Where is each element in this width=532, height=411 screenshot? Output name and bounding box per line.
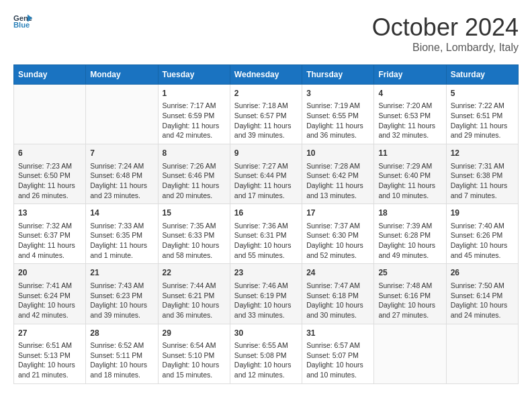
day-number: 3 xyxy=(306,88,369,99)
calendar-cell: 9Sunrise: 7:27 AM Sunset: 6:44 PM Daylig… xyxy=(230,144,302,204)
day-number: 9 xyxy=(234,148,298,159)
calendar-cell: 4Sunrise: 7:20 AM Sunset: 6:53 PM Daylig… xyxy=(374,85,446,144)
calendar-cell xyxy=(14,85,86,144)
calendar-body: 1Sunrise: 7:17 AM Sunset: 6:59 PM Daylig… xyxy=(14,85,519,384)
day-number: 14 xyxy=(90,208,153,219)
day-number: 28 xyxy=(90,328,153,339)
day-number: 24 xyxy=(306,267,369,279)
calendar-week-5: 27Sunrise: 6:51 AM Sunset: 5:13 PM Dayli… xyxy=(14,324,519,383)
calendar-cell: 18Sunrise: 7:39 AM Sunset: 6:28 PM Dayli… xyxy=(374,204,446,264)
calendar-week-1: 1Sunrise: 7:17 AM Sunset: 6:59 PM Daylig… xyxy=(14,85,519,144)
day-info: Sunrise: 7:41 AM Sunset: 6:24 PM Dayligh… xyxy=(18,281,81,320)
day-number: 16 xyxy=(234,208,298,219)
weekday-monday: Monday xyxy=(86,65,158,85)
day-number: 20 xyxy=(18,267,81,279)
weekday-wednesday: Wednesday xyxy=(230,65,302,85)
calendar-cell: 20Sunrise: 7:41 AM Sunset: 6:24 PM Dayli… xyxy=(14,264,86,324)
title-block: October 2024 Bione, Lombardy, Italy xyxy=(372,13,519,54)
svg-text:Blue: Blue xyxy=(13,21,30,29)
day-info: Sunrise: 6:51 AM Sunset: 5:13 PM Dayligh… xyxy=(18,340,81,380)
day-info: Sunrise: 7:27 AM Sunset: 6:44 PM Dayligh… xyxy=(234,161,298,201)
day-info: Sunrise: 7:48 AM Sunset: 6:16 PM Dayligh… xyxy=(378,281,441,320)
day-info: Sunrise: 7:26 AM Sunset: 6:46 PM Dayligh… xyxy=(163,161,226,201)
day-number: 15 xyxy=(163,208,226,219)
day-number: 27 xyxy=(18,328,81,339)
day-info: Sunrise: 7:37 AM Sunset: 6:30 PM Dayligh… xyxy=(306,221,369,261)
calendar-week-4: 20Sunrise: 7:41 AM Sunset: 6:24 PM Dayli… xyxy=(14,264,519,324)
day-info: Sunrise: 7:18 AM Sunset: 6:57 PM Dayligh… xyxy=(234,101,298,140)
day-info: Sunrise: 7:44 AM Sunset: 6:21 PM Dayligh… xyxy=(163,281,226,320)
day-number: 2 xyxy=(234,88,298,99)
day-info: Sunrise: 7:19 AM Sunset: 6:55 PM Dayligh… xyxy=(306,101,369,140)
calendar-cell: 3Sunrise: 7:19 AM Sunset: 6:55 PM Daylig… xyxy=(302,85,374,144)
day-number: 30 xyxy=(234,328,298,339)
calendar-cell: 7Sunrise: 7:24 AM Sunset: 6:48 PM Daylig… xyxy=(86,144,158,204)
day-number: 22 xyxy=(163,267,226,279)
day-number: 7 xyxy=(90,148,153,159)
calendar-cell: 11Sunrise: 7:29 AM Sunset: 6:40 PM Dayli… xyxy=(374,144,446,204)
calendar-cell: 6Sunrise: 7:23 AM Sunset: 6:50 PM Daylig… xyxy=(14,144,86,204)
day-number: 8 xyxy=(163,148,226,159)
calendar-cell: 21Sunrise: 7:43 AM Sunset: 6:23 PM Dayli… xyxy=(86,264,158,324)
day-info: Sunrise: 7:39 AM Sunset: 6:28 PM Dayligh… xyxy=(378,221,441,261)
day-info: Sunrise: 7:50 AM Sunset: 6:14 PM Dayligh… xyxy=(451,281,514,320)
day-info: Sunrise: 7:24 AM Sunset: 6:48 PM Dayligh… xyxy=(90,161,153,201)
day-number: 11 xyxy=(378,148,441,159)
calendar-cell: 30Sunrise: 6:55 AM Sunset: 5:08 PM Dayli… xyxy=(230,324,302,383)
calendar-cell: 17Sunrise: 7:37 AM Sunset: 6:30 PM Dayli… xyxy=(302,204,374,264)
calendar-cell xyxy=(86,85,158,144)
calendar-cell: 22Sunrise: 7:44 AM Sunset: 6:21 PM Dayli… xyxy=(158,264,230,324)
day-info: Sunrise: 7:35 AM Sunset: 6:33 PM Dayligh… xyxy=(163,221,226,261)
calendar-cell: 27Sunrise: 6:51 AM Sunset: 5:13 PM Dayli… xyxy=(14,324,86,383)
day-info: Sunrise: 7:31 AM Sunset: 6:38 PM Dayligh… xyxy=(451,161,514,201)
day-info: Sunrise: 7:47 AM Sunset: 6:18 PM Dayligh… xyxy=(306,281,369,320)
day-number: 25 xyxy=(378,267,441,279)
location: Bione, Lombardy, Italy xyxy=(372,42,519,54)
logo: General Blue xyxy=(13,13,32,30)
calendar-cell: 23Sunrise: 7:46 AM Sunset: 6:19 PM Dayli… xyxy=(230,264,302,324)
calendar-cell: 16Sunrise: 7:36 AM Sunset: 6:31 PM Dayli… xyxy=(230,204,302,264)
day-info: Sunrise: 7:43 AM Sunset: 6:23 PM Dayligh… xyxy=(90,281,153,320)
weekday-friday: Friday xyxy=(374,65,446,85)
day-info: Sunrise: 7:36 AM Sunset: 6:31 PM Dayligh… xyxy=(234,221,298,261)
calendar-cell: 1Sunrise: 7:17 AM Sunset: 6:59 PM Daylig… xyxy=(158,85,230,144)
calendar-cell: 15Sunrise: 7:35 AM Sunset: 6:33 PM Dayli… xyxy=(158,204,230,264)
day-number: 21 xyxy=(90,267,153,279)
day-number: 10 xyxy=(306,148,369,159)
day-number: 18 xyxy=(378,208,441,219)
day-number: 13 xyxy=(18,208,81,219)
day-info: Sunrise: 6:57 AM Sunset: 5:07 PM Dayligh… xyxy=(306,340,369,380)
day-number: 23 xyxy=(234,267,298,279)
calendar-week-3: 13Sunrise: 7:32 AM Sunset: 6:37 PM Dayli… xyxy=(14,204,519,264)
calendar-cell: 10Sunrise: 7:28 AM Sunset: 6:42 PM Dayli… xyxy=(302,144,374,204)
calendar-table: SundayMondayTuesdayWednesdayThursdayFrid… xyxy=(13,64,519,384)
day-info: Sunrise: 6:55 AM Sunset: 5:08 PM Dayligh… xyxy=(234,340,298,380)
calendar-cell: 28Sunrise: 6:52 AM Sunset: 5:11 PM Dayli… xyxy=(86,324,158,383)
day-number: 19 xyxy=(451,208,514,219)
logo-icon: General Blue xyxy=(13,13,32,30)
day-info: Sunrise: 7:32 AM Sunset: 6:37 PM Dayligh… xyxy=(18,221,81,261)
weekday-tuesday: Tuesday xyxy=(158,65,230,85)
calendar-cell: 8Sunrise: 7:26 AM Sunset: 6:46 PM Daylig… xyxy=(158,144,230,204)
day-info: Sunrise: 7:17 AM Sunset: 6:59 PM Dayligh… xyxy=(163,101,226,140)
calendar-cell: 2Sunrise: 7:18 AM Sunset: 6:57 PM Daylig… xyxy=(230,85,302,144)
month-title: October 2024 xyxy=(372,13,519,42)
weekday-saturday: Saturday xyxy=(446,65,518,85)
day-info: Sunrise: 7:29 AM Sunset: 6:40 PM Dayligh… xyxy=(378,161,441,201)
calendar-cell: 31Sunrise: 6:57 AM Sunset: 5:07 PM Dayli… xyxy=(302,324,374,383)
calendar-cell: 12Sunrise: 7:31 AM Sunset: 6:38 PM Dayli… xyxy=(446,144,518,204)
calendar-cell: 5Sunrise: 7:22 AM Sunset: 6:51 PM Daylig… xyxy=(446,85,518,144)
calendar-cell: 13Sunrise: 7:32 AM Sunset: 6:37 PM Dayli… xyxy=(14,204,86,264)
weekday-header-row: SundayMondayTuesdayWednesdayThursdayFrid… xyxy=(14,65,519,85)
calendar-cell: 26Sunrise: 7:50 AM Sunset: 6:14 PM Dayli… xyxy=(446,264,518,324)
day-number: 5 xyxy=(451,88,514,99)
calendar-cell: 25Sunrise: 7:48 AM Sunset: 6:16 PM Dayli… xyxy=(374,264,446,324)
calendar-cell: 29Sunrise: 6:54 AM Sunset: 5:10 PM Dayli… xyxy=(158,324,230,383)
day-info: Sunrise: 7:33 AM Sunset: 6:35 PM Dayligh… xyxy=(90,221,153,261)
day-info: Sunrise: 7:46 AM Sunset: 6:19 PM Dayligh… xyxy=(234,281,298,320)
day-info: Sunrise: 6:54 AM Sunset: 5:10 PM Dayligh… xyxy=(163,340,226,380)
day-number: 29 xyxy=(163,328,226,339)
day-number: 4 xyxy=(378,88,441,99)
calendar-cell: 24Sunrise: 7:47 AM Sunset: 6:18 PM Dayli… xyxy=(302,264,374,324)
day-info: Sunrise: 6:52 AM Sunset: 5:11 PM Dayligh… xyxy=(90,340,153,380)
